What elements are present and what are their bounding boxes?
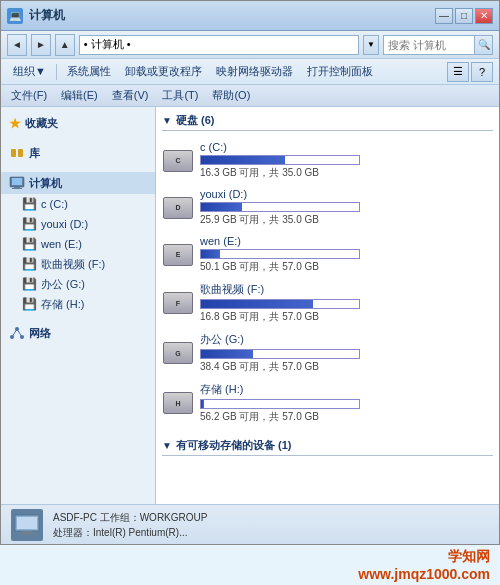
edit-menu[interactable]: 编辑(E) [55,86,104,105]
drive-icon-d: D [162,194,194,222]
sidebar-drive-g[interactable]: 💾 办公 (G:) [1,274,155,294]
address-input[interactable] [79,35,359,55]
organize-menu[interactable]: 组织▼ [7,62,52,81]
status-bar: ASDF-PC 工作组：WORKGROUP 处理器：Intel(R) Penti… [1,504,499,544]
maximize-button[interactable]: □ [455,8,473,24]
sidebar-drive-c[interactable]: 💾 c (C:) [1,194,155,214]
drive-item-h[interactable]: H 存储 (H:) 56.2 GB 可用，共 57.0 GB [162,378,493,428]
close-button[interactable]: ✕ [475,8,493,24]
help-menu[interactable]: 帮助(O) [206,86,256,105]
drive-fill-f [201,300,313,308]
status-computer-icon [11,509,43,541]
tools-menu[interactable]: 工具(T) [156,86,204,105]
drive-item-f[interactable]: F 歌曲视频 (F:) 16.8 GB 可用，共 57.0 GB [162,278,493,328]
sidebar-library-header[interactable]: 库 [1,142,155,164]
sidebar-favorites-section: ★ 收藏夹 [1,113,155,134]
uninstall-button[interactable]: 卸载或更改程序 [119,62,208,81]
toolbar-right: ☰ ? [447,62,493,82]
drive-item-c[interactable]: C c (C:) 16.3 GB 可用，共 35.0 GB [162,137,493,184]
minimize-button[interactable]: — [435,8,453,24]
control-panel-button[interactable]: 打开控制面板 [301,62,379,81]
help-icon-button[interactable]: ? [471,62,493,82]
drive-item-g[interactable]: G 办公 (G:) 38.4 GB 可用，共 57.0 GB [162,328,493,378]
drive-name-e: wen (E:) [200,235,493,247]
title-buttons: — □ ✕ [435,8,493,24]
drive-item-d[interactable]: D youxi (D:) 25.9 GB 可用，共 35.0 GB [162,184,493,231]
drive-name-h: 存储 (H:) [200,382,493,397]
drive-fill-e [201,250,220,258]
sidebar-network-header[interactable]: 网络 [1,322,155,344]
toolbar: 组织▼ 系统属性 卸载或更改程序 映射网络驱动器 打开控制面板 ☰ ? [1,59,499,85]
library-icon [9,145,25,161]
svg-line-9 [12,329,17,337]
address-bar: ◄ ► ▲ ▼ 🔍 [1,31,499,59]
main-window: 💻 计算机 — □ ✕ ◄ ► ▲ ▼ 🔍 组织▼ 系统属性 卸载或更改程序 映… [0,0,500,545]
removable-section-header: ▼ 有可移动存储的设备 (1) [162,438,493,456]
computer-label: 计算机 [29,176,62,191]
address-arrow[interactable]: ▼ [363,35,379,55]
drive-details-e: 50.1 GB 可用，共 57.0 GB [200,260,493,274]
drive-bar-d [200,202,360,212]
computer-icon [9,175,25,191]
drive-details-g: 38.4 GB 可用，共 57.0 GB [200,360,493,374]
sidebar-drive-d[interactable]: 💾 youxi (D:) [1,214,155,234]
drive-details-d: 25.9 GB 可用，共 35.0 GB [200,213,493,227]
view-menu[interactable]: 查看(V) [106,86,155,105]
status-text: ASDF-PC 工作组：WORKGROUP 处理器：Intel(R) Penti… [53,510,207,540]
drive-name-c: c (C:) [200,141,493,153]
svg-line-10 [17,329,22,337]
drive-bar-h [200,399,360,409]
sidebar-drive-h[interactable]: 💾 存储 (H:) [1,294,155,314]
forward-button[interactable]: ► [31,34,51,56]
favorites-label: 收藏夹 [25,116,58,131]
status-pc-name: ASDF-PC 工作组：WORKGROUP [53,510,207,525]
library-label: 库 [29,146,40,161]
search-input[interactable] [384,36,474,54]
drive-item-e[interactable]: E wen (E:) 50.1 GB 可用，共 57.0 GB [162,231,493,278]
svg-rect-1 [18,149,23,157]
status-processor: 处理器：Intel(R) Pentium(R)... [53,525,207,540]
drive-g-icon: 💾 [21,276,37,292]
view-icon-button[interactable]: ☰ [447,62,469,82]
back-button[interactable]: ◄ [7,34,27,56]
sidebar-computer-header[interactable]: 计算机 [1,172,155,194]
drive-bar-f [200,299,360,309]
sidebar-drive-f[interactable]: 💾 歌曲视频 (F:) [1,254,155,274]
drive-bar-g [200,349,360,359]
properties-button[interactable]: 系统属性 [61,62,117,81]
sidebar-drive-e[interactable]: 💾 wen (E:) [1,234,155,254]
search-button[interactable]: 🔍 [474,36,492,54]
svg-rect-5 [12,188,22,189]
drive-details-h: 56.2 GB 可用，共 57.0 GB [200,410,493,424]
drive-h-icon: 💾 [21,296,37,312]
drive-icon-e: E [162,241,194,269]
drive-icon-g: G [162,339,194,367]
watermark-text: 学知网 www.jmqz1000.com [358,547,490,583]
drive-list: C c (C:) 16.3 GB 可用，共 35.0 GB [162,137,493,428]
network-icon [9,325,25,341]
file-menu[interactable]: 文件(F) [5,86,53,105]
up-button[interactable]: ▲ [55,34,75,56]
drive-bar-c [200,155,360,165]
drive-e-icon: 💾 [21,236,37,252]
removable-label: 有可移动存储的设备 (1) [176,438,292,453]
drive-fill-c [201,156,285,164]
map-drive-button[interactable]: 映射网络驱动器 [210,62,299,81]
sidebar-network-section: 网络 [1,322,155,344]
drive-fill-d [201,203,242,211]
watermark-line1: 学知网 [358,547,490,565]
drive-details-c: 16.3 GB 可用，共 35.0 GB [200,166,493,180]
drive-info-d: youxi (D:) 25.9 GB 可用，共 35.0 GB [200,188,493,227]
network-label: 网络 [29,326,51,341]
drive-info-h: 存储 (H:) 56.2 GB 可用，共 57.0 GB [200,382,493,424]
drive-name-g: 办公 (G:) [200,332,493,347]
drive-info-c: c (C:) 16.3 GB 可用，共 35.0 GB [200,141,493,180]
sidebar-favorites-header: ★ 收藏夹 [1,113,155,134]
hard-disk-label: 硬盘 (6) [176,113,215,128]
drive-d-icon: 💾 [21,216,37,232]
drive-details-f: 16.8 GB 可用，共 57.0 GB [200,310,493,324]
drive-icon-h: H [162,389,194,417]
drive-info-f: 歌曲视频 (F:) 16.8 GB 可用，共 57.0 GB [200,282,493,324]
drive-name-f: 歌曲视频 (F:) [200,282,493,297]
watermark-line2: www.jmqz1000.com [358,565,490,583]
